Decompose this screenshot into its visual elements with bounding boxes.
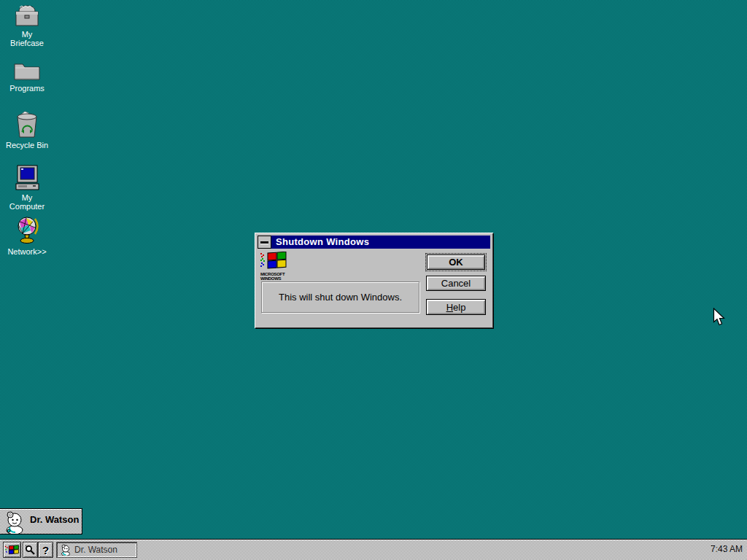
desktop-icon-network[interactable]: Network>> [0,216,54,256]
mouse-cursor [713,308,726,330]
dr-watson-icon [3,510,26,534]
dialog-message: This will shut down Windows. [279,292,402,303]
dr-watson-icon [60,544,71,556]
computer-icon [14,165,41,191]
taskbar: ? Dr. Watson [0,540,747,560]
help-button[interactable]: Help [426,299,486,315]
taskbar-clock: 7:43 AM [711,544,743,554]
desktop-icon-label: Programs [0,84,54,93]
briefcase-icon [15,4,39,28]
globe-icon [12,216,42,245]
icon-label-line: My [0,193,54,202]
recycle-bin-icon [14,111,40,139]
windows-flag-icon [5,545,19,555]
desktop-icon-recycle-bin[interactable]: Recycle Bin [0,111,54,149]
arrow-cursor-icon [713,308,726,327]
icon-label-line: My [0,30,54,39]
minimized-window-title: Dr. Watson [30,514,79,525]
folder-icon [13,60,41,82]
minimized-window-dr-watson[interactable]: Dr. Watson [0,508,82,534]
find-button[interactable] [23,542,38,558]
desktop-icon-my-briefcase[interactable]: My Briefcase [0,4,54,47]
windows-flag-icon [260,252,287,269]
desktop-icon-label: Network>> [0,247,54,256]
logo-caption-line2: WINDOWS [260,276,291,281]
icon-label-line: Recycle Bin [0,141,54,149]
desktop-icon-label: Recycle Bin [0,141,54,149]
system-menu-button[interactable] [258,236,271,249]
start-button[interactable] [3,542,21,558]
dialog-title: Shutdown Windows [271,236,490,249]
help-button-rest: elp [453,302,465,313]
windows-logo: MICROSOFT WINDOWS [260,252,291,281]
taskbar-help-button[interactable]: ? [38,542,53,558]
task-button-label: Dr. Watson [74,545,117,555]
magnifier-icon [25,545,36,556]
cancel-button[interactable]: Cancel [426,276,486,291]
icon-label-line: Computer [0,202,54,211]
desktop-icon-label: My Computer [0,193,54,211]
desktop: { "desktop": { "icons": [ { "name": "my-… [0,0,747,560]
help-button-accel: H [446,302,453,313]
ok-button-focus-ring: OK [425,253,487,271]
system-menu-icon [260,241,268,244]
dialog-titlebar[interactable]: Shutdown Windows [258,236,490,249]
desktop-icon-programs[interactable]: Programs [0,60,54,93]
ok-button[interactable]: OK [427,254,485,270]
task-button-dr-watson[interactable]: Dr. Watson [56,542,137,558]
desktop-icon-label: My Briefcase [0,30,54,47]
shutdown-dialog: Shutdown Windows MICROSOFT WINDOWS [255,233,493,328]
icon-label-line: Programs [0,84,54,93]
desktop-icon-my-computer[interactable]: My Computer [0,165,54,211]
dialog-body: MICROSOFT WINDOWS This will shut down Wi… [258,249,490,322]
icon-label-line: Briefcase [0,39,54,47]
message-groupbox: This will shut down Windows. [261,281,419,313]
icon-label-line: Network>> [0,247,54,256]
question-mark-icon: ? [42,545,49,556]
